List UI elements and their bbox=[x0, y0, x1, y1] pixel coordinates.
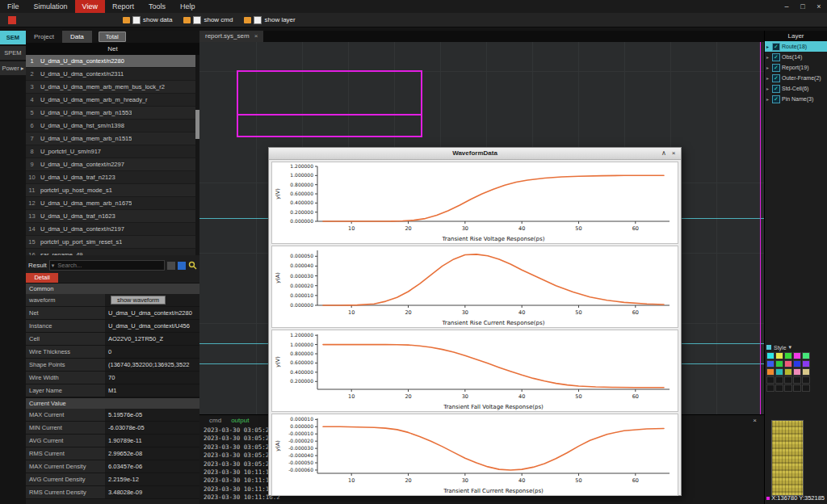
style-swatch[interactable] bbox=[784, 352, 792, 359]
tab-close-icon[interactable]: × bbox=[254, 31, 258, 42]
table-row[interactable]: 11 portctrl_up_host_mode_s1 bbox=[26, 184, 199, 197]
style-swatch[interactable] bbox=[793, 352, 801, 359]
style-swatch[interactable] bbox=[802, 360, 810, 368]
database-icon[interactable] bbox=[167, 262, 175, 270]
chevron-right-icon[interactable]: ▸ bbox=[766, 54, 770, 60]
layer-checkbox[interactable]: ✓ bbox=[772, 95, 780, 103]
checkbox[interactable] bbox=[193, 16, 201, 24]
style-swatch[interactable] bbox=[775, 368, 783, 376]
table-row[interactable]: 14 U_dma_U_dma_context/n2197 bbox=[26, 223, 199, 236]
minimap[interactable] bbox=[771, 420, 804, 496]
search-box[interactable]: ▾ bbox=[49, 260, 165, 271]
search-icon[interactable] bbox=[188, 261, 197, 270]
style-swatch[interactable] bbox=[766, 352, 775, 359]
menu-item[interactable]: Help bbox=[173, 0, 203, 13]
total-button[interactable]: Total bbox=[99, 32, 126, 42]
search-input[interactable] bbox=[56, 261, 162, 270]
table-row[interactable]: 4 U_dma_U_dma_mem_arb_m_hready_r bbox=[26, 94, 199, 107]
stop-icon[interactable] bbox=[8, 16, 16, 24]
style-swatch[interactable] bbox=[775, 384, 783, 392]
layer-tree-item[interactable]: ▸ ✓ Outer-Frame(2) bbox=[765, 73, 827, 83]
menu-item[interactable]: File bbox=[0, 0, 27, 13]
chevron-right-icon[interactable]: ▸ bbox=[766, 44, 770, 49]
console-tab[interactable]: output bbox=[226, 417, 254, 424]
close-button[interactable]: × bbox=[669, 148, 678, 159]
style-swatch[interactable] bbox=[793, 360, 801, 368]
style-swatch[interactable] bbox=[775, 376, 783, 384]
layer-tree-item[interactable]: ▸ ✓ Std-Cell(6) bbox=[765, 83, 827, 94]
minimize-button[interactable]: – bbox=[779, 0, 795, 13]
chevron-down-icon[interactable]: ▾ bbox=[52, 262, 55, 269]
toolbar-toggle[interactable]: show cmd bbox=[183, 16, 233, 24]
maximize-button[interactable]: □ bbox=[795, 0, 811, 13]
style-swatch[interactable] bbox=[802, 376, 810, 384]
style-swatch[interactable] bbox=[802, 368, 810, 376]
layer-checkbox[interactable]: ✓ bbox=[772, 64, 780, 72]
layer-tree-item[interactable]: ▸ ✓ Obs(14) bbox=[765, 52, 827, 62]
chevron-right-icon[interactable]: ▸ bbox=[766, 75, 770, 81]
layer-tree-item[interactable]: ▸ ✓ Route(18) bbox=[765, 41, 827, 52]
menu-item[interactable]: Report bbox=[105, 0, 141, 13]
side-tab[interactable]: Power ▸ bbox=[0, 61, 26, 75]
layer-checkbox[interactable]: ✓ bbox=[772, 43, 780, 51]
show-waveform-button[interactable]: show waveform bbox=[111, 296, 166, 304]
style-swatch[interactable] bbox=[784, 384, 792, 392]
side-tab[interactable]: SEM bbox=[0, 31, 26, 44]
layer-checkbox[interactable]: ✓ bbox=[772, 53, 780, 61]
layer-tree-item[interactable]: ▸ ✓ Pin Name(3) bbox=[765, 94, 827, 104]
panel-tab[interactable]: Project bbox=[26, 31, 62, 43]
layer-checkbox[interactable]: ✓ bbox=[772, 74, 780, 82]
style-swatch[interactable] bbox=[775, 352, 783, 359]
chevron-right-icon[interactable]: ▸ bbox=[766, 65, 770, 70]
table-row[interactable]: 6 U_dma_U_dma_hst_sm/n1398 bbox=[26, 120, 199, 132]
collapse-button[interactable]: ∧ bbox=[659, 148, 669, 159]
style-swatch[interactable] bbox=[784, 376, 792, 384]
side-tab[interactable]: SPEM bbox=[0, 46, 26, 60]
table-row[interactable]: 8 U_portctrl_U_sm/n917 bbox=[26, 145, 199, 158]
waveform-window[interactable]: WaveformData ∧ × 0.0000000.2000000.40000… bbox=[268, 147, 682, 496]
style-swatch[interactable] bbox=[793, 384, 801, 392]
window-titlebar[interactable]: WaveformData ∧ × bbox=[269, 148, 681, 160]
chevron-right-icon[interactable]: ▸ bbox=[766, 96, 770, 102]
table-row[interactable]: 1 U_dma_U_dma_context/n2280 bbox=[26, 55, 199, 68]
console-close-icon[interactable]: × bbox=[749, 417, 760, 424]
menu-item[interactable]: View bbox=[75, 0, 105, 13]
style-swatch[interactable] bbox=[784, 360, 792, 368]
layer-checkbox[interactable]: ✓ bbox=[772, 85, 780, 93]
tab-detail[interactable]: Detail bbox=[26, 273, 58, 283]
checkbox[interactable] bbox=[254, 16, 262, 24]
checkbox[interactable] bbox=[132, 16, 141, 24]
console-tab[interactable]: cmd bbox=[204, 417, 226, 424]
table-row[interactable]: 10 U_dma_U_dma_traf_n2123 bbox=[26, 171, 199, 184]
table-row[interactable]: 13 U_dma_U_dma_traf_n1623 bbox=[26, 210, 199, 223]
style-swatch[interactable] bbox=[802, 384, 810, 392]
close-button[interactable]: × bbox=[811, 0, 827, 13]
chevron-right-icon[interactable]: ▸ bbox=[766, 86, 770, 91]
style-swatch[interactable] bbox=[793, 368, 801, 376]
table-row[interactable]: 16 sar_rename_49 bbox=[26, 249, 199, 255]
canvas-tab[interactable]: report.sys_sem × bbox=[199, 31, 263, 42]
style-swatch[interactable] bbox=[766, 376, 775, 384]
table-row[interactable]: 5 U_dma_U_dma_mem_arb_n1553 bbox=[26, 107, 199, 120]
table-row[interactable]: 9 U_dma_U_dma_context/n2297 bbox=[26, 158, 199, 171]
style-swatch[interactable] bbox=[775, 360, 783, 368]
table-row[interactable]: 7 U_dma_U_dma_mem_arb_n1515 bbox=[26, 132, 199, 145]
style-swatch[interactable] bbox=[802, 352, 810, 359]
filter-icon[interactable] bbox=[178, 262, 186, 270]
table-row[interactable]: 2 U_dma_U_dma_context/n2311 bbox=[26, 68, 199, 81]
panel-tab[interactable]: Data bbox=[62, 31, 92, 43]
layer-tree-item[interactable]: ▸ ✓ Report(19) bbox=[765, 62, 827, 73]
menu-item[interactable]: Simulation bbox=[27, 0, 75, 13]
toolbar-toggle[interactable]: show data bbox=[123, 16, 172, 24]
table-row[interactable]: 15 portctrl_up_port_sim_reset_s1 bbox=[26, 236, 199, 249]
table-row[interactable]: 3 U_dma_U_dma_mem_arb_mem_bus_lock_r2 bbox=[26, 81, 199, 94]
style-swatch[interactable] bbox=[793, 376, 801, 384]
style-swatch[interactable] bbox=[766, 360, 775, 368]
menu-item[interactable]: Tools bbox=[141, 0, 173, 13]
style-swatch[interactable] bbox=[784, 368, 792, 376]
chevron-down-icon[interactable]: ▾ bbox=[789, 344, 792, 351]
style-swatch[interactable] bbox=[766, 368, 775, 376]
style-swatch[interactable] bbox=[766, 384, 775, 392]
toolbar-toggle[interactable]: show layer bbox=[244, 16, 295, 24]
table-row[interactable]: 12 U_dma_U_dma_mem_arb_n1675 bbox=[26, 197, 199, 210]
